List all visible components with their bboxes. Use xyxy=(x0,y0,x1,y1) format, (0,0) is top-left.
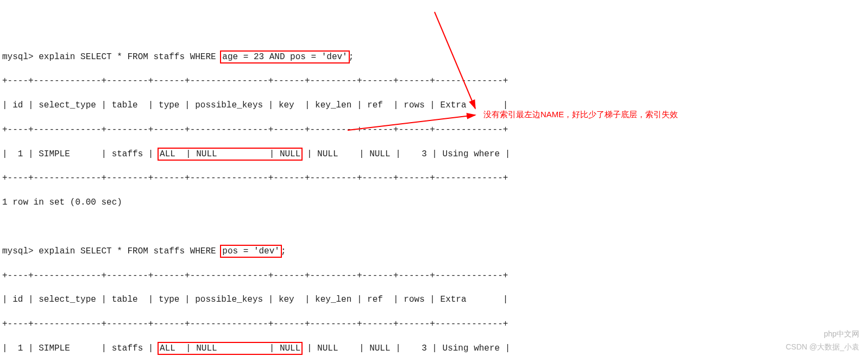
table-border: +----+-------------+--------+------+----… xyxy=(2,75,866,87)
table-row: | 1 | SIMPLE | staffs | ALL | NULL | NUL… xyxy=(2,148,866,160)
table-border: +----+-------------+--------+------+----… xyxy=(2,318,866,330)
watermark-php: php中文网 xyxy=(824,329,859,340)
table-row: | 1 | SIMPLE | staffs | ALL | NULL | NUL… xyxy=(2,342,866,354)
result-footer: 1 row in set (0.00 sec) xyxy=(2,196,866,208)
query2-command: mysql> explain SELECT * FROM staffs WHER… xyxy=(2,245,866,257)
annotation-text: 没有索引最左边NAME，好比少了梯子底层，索引失效 xyxy=(483,109,678,120)
table-border: +----+-------------+--------+------+----… xyxy=(2,270,866,282)
type-highlight: ALL | NULL | NULL xyxy=(158,148,303,161)
table-header: | id | select_type | table | type | poss… xyxy=(2,294,866,306)
type-highlight: ALL | NULL | NULL xyxy=(158,342,303,355)
table-border: +----+-------------+--------+------+----… xyxy=(2,172,866,184)
query1-command: mysql> explain SELECT * FROM staffs WHER… xyxy=(2,51,866,63)
query1-where-highlight: age = 23 AND pos = 'dev' xyxy=(220,50,349,63)
table-border: +----+-------------+--------+------+----… xyxy=(2,124,866,136)
watermark-csdn: CSDN @大数据_小袁 xyxy=(785,342,859,353)
query2-where-highlight: pos = 'dev' xyxy=(220,245,282,258)
table-header: | id | select_type | table | type | poss… xyxy=(2,99,866,111)
